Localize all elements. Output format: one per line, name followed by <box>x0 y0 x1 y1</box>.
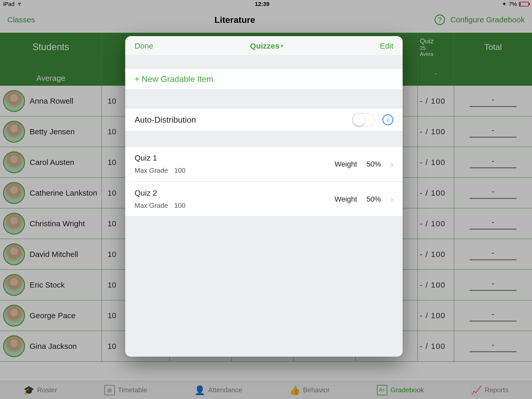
tab-gradebook[interactable]: A+Gradebook <box>377 385 424 395</box>
weight-label: Weight <box>335 160 357 168</box>
calendar-icon: ▤ <box>104 385 115 395</box>
grade-icon: A+ <box>377 385 387 395</box>
tab-bar: 🎓Roster ▤Timetable 👤Attendance 👍Behavior… <box>0 381 532 399</box>
nav-header: Classes Literature ? Configure Gradebook <box>0 8 532 31</box>
modal-title[interactable]: Quizzes▾ <box>250 42 283 50</box>
score-cell[interactable]: - / 100 <box>418 331 454 361</box>
score-cell[interactable]: - / 100 <box>418 86 454 116</box>
new-gradable-item-button[interactable]: + New Gradable Item <box>125 69 403 90</box>
student-name: Anna Rowell <box>30 97 73 105</box>
score-cell[interactable]: - / 100 <box>418 208 454 239</box>
total-cell[interactable]: - <box>454 116 532 147</box>
total-cell[interactable]: - <box>454 300 532 331</box>
score-cell[interactable]: - / 100 <box>418 239 454 269</box>
auto-distribution-toggle[interactable] <box>352 113 375 127</box>
avatar <box>3 243 25 265</box>
student-cell[interactable]: David Mitchell <box>0 239 102 269</box>
tab-attendance[interactable]: 👤Attendance <box>195 385 242 395</box>
student-cell[interactable]: Eric Stock <box>0 270 102 300</box>
tab-behavior[interactable]: 👍Behavior <box>290 385 330 395</box>
score-cell[interactable]: - / 100 <box>418 300 454 331</box>
avatar <box>3 151 25 173</box>
tab-roster[interactable]: 🎓Roster <box>24 385 57 395</box>
avatar <box>3 274 25 296</box>
student-cell[interactable]: George Pace <box>0 300 102 331</box>
student-cell[interactable]: Catherine Lankston <box>0 178 102 208</box>
battery-percent: 7% <box>509 1 517 8</box>
configure-button[interactable]: Configure Gradebook <box>450 15 525 24</box>
student-name: Catherine Lankston <box>30 189 97 197</box>
page-title: Literature <box>215 15 255 25</box>
tab-reports[interactable]: 📈Reports <box>471 385 508 395</box>
student-cell[interactable]: Christina Wright <box>0 208 102 239</box>
dropdown-icon: ▾ <box>281 43 283 48</box>
student-cell[interactable]: Carol Austen <box>0 147 102 177</box>
student-name: Christina Wright <box>30 219 85 228</box>
auto-distribution-label: Auto-Distribution <box>135 115 196 125</box>
total-cell[interactable]: - <box>454 86 532 116</box>
student-name: Betty Jensen <box>30 127 75 136</box>
students-header: Students <box>0 33 102 61</box>
total-cell[interactable]: - <box>454 147 532 177</box>
battery-icon <box>519 2 529 6</box>
chevron-right-icon: › <box>390 194 393 204</box>
tab-timetable[interactable]: ▤Timetable <box>104 385 147 395</box>
score-cell[interactable]: - / 100 <box>418 116 454 147</box>
student-cell[interactable]: Anna Rowell <box>0 86 102 116</box>
category-quizzes-partial[interactable]: Quiz 25 Avera <box>418 33 454 61</box>
item-name: Quiz 2 <box>135 189 185 197</box>
device-label: iPad <box>3 1 15 8</box>
student-cell[interactable]: Gina Jackson <box>0 331 102 361</box>
back-button[interactable]: Classes <box>7 15 35 24</box>
item-max-grade: Max Grade100 <box>135 167 185 175</box>
edit-button[interactable]: Edit <box>380 42 393 50</box>
total-cell[interactable]: - <box>454 239 532 269</box>
wifi-icon <box>17 1 22 8</box>
student-name: David Mitchell <box>30 250 78 259</box>
weight-value: 50% <box>367 160 381 168</box>
score-cell[interactable]: - / 100 <box>418 270 454 300</box>
avatar <box>3 213 25 235</box>
student-name: Carol Austen <box>30 158 74 167</box>
done-button[interactable]: Done <box>135 42 153 50</box>
total-header: Total <box>454 33 532 61</box>
person-icon: 👤 <box>195 385 205 395</box>
avatar <box>3 90 25 112</box>
total-cell[interactable]: - <box>454 331 532 361</box>
average-header: Average <box>0 61 102 86</box>
score-cell[interactable]: - / 100 <box>418 178 454 208</box>
info-icon[interactable]: i <box>382 114 393 125</box>
bluetooth-icon: ✦ <box>502 1 507 8</box>
score-cell[interactable]: - / 100 <box>418 147 454 177</box>
clock: 12:39 <box>255 1 269 8</box>
student-name: Gina Jackson <box>30 342 77 351</box>
total-cell[interactable]: - <box>454 208 532 239</box>
weight-label: Weight <box>335 195 357 203</box>
gradable-item-row[interactable]: Quiz 2 Max Grade100 Weight 50% › <box>125 182 403 216</box>
gradable-item-row[interactable]: Quiz 1 Max Grade100 Weight 50% › <box>125 147 403 182</box>
status-bar: iPad 12:39 ✦ 7% <box>0 0 532 8</box>
avatar <box>3 335 25 357</box>
chevron-right-icon: › <box>390 159 393 169</box>
student-cell[interactable]: Betty Jensen <box>0 116 102 147</box>
item-max-grade: Max Grade100 <box>135 202 185 210</box>
student-name: George Pace <box>30 311 76 320</box>
roster-icon: 🎓 <box>24 385 34 395</box>
total-cell[interactable]: - <box>454 270 532 300</box>
avatar <box>3 121 25 143</box>
item-name: Quiz 1 <box>135 154 185 162</box>
thumbs-up-icon: 👍 <box>290 385 300 395</box>
avatar <box>3 305 25 327</box>
avatar <box>3 182 25 204</box>
student-name: Eric Stock <box>30 281 65 289</box>
weight-value: 50% <box>367 195 381 203</box>
gradable-items-modal: Done Quizzes▾ Edit + New Gradable Item A… <box>125 36 403 357</box>
chart-icon: 📈 <box>471 385 482 395</box>
help-icon[interactable]: ? <box>435 15 445 25</box>
total-cell[interactable]: - <box>454 178 532 208</box>
